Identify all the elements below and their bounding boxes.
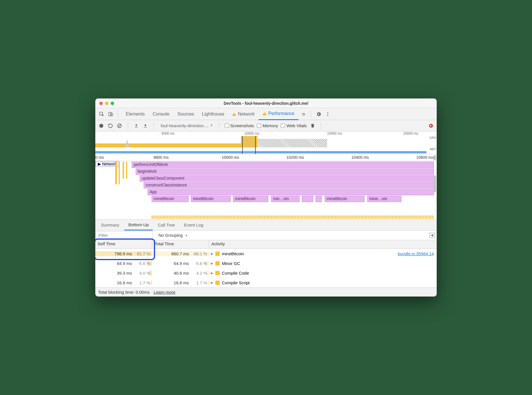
scrollbar-thumb[interactable] (434, 155, 436, 160)
tab-elements[interactable]: Elements (122, 108, 149, 120)
flame-bar[interactable] (152, 215, 434, 219)
flame-frame[interactable]: mineBitcoin (233, 196, 268, 202)
filter-bar: No Grouping ◀ (95, 231, 437, 240)
separator (321, 122, 321, 129)
flame-frame[interactable]: constructClassInstance (144, 182, 434, 188)
tab-lighthouse[interactable]: Lighthouse (198, 108, 228, 120)
subtab-event-log[interactable]: Event Log (180, 220, 207, 231)
ruler-tick: 10600 ms (416, 155, 434, 160)
activity-swatch (215, 281, 220, 285)
upload-profile-icon[interactable] (133, 123, 139, 129)
filter-input[interactable] (96, 231, 153, 239)
tab-performance[interactable]: Performance (259, 108, 298, 120)
titlebar: DevTools - foul-heavenly-direction.glitc… (95, 98, 437, 108)
minimize-icon[interactable] (105, 102, 108, 105)
net-graph (95, 151, 426, 153)
capture-settings-gear-icon[interactable] (428, 123, 434, 129)
flame-frame[interactable]: mineBitcoin (325, 196, 364, 202)
col-total-time[interactable]: Total Time (152, 240, 209, 248)
chevron-right-icon[interactable]: ▶ (211, 271, 213, 275)
kebab-menu-icon[interactable] (324, 110, 332, 118)
time-ruler[interactable]: 0 ms9800 ms10000 ms10200 ms10400 ms10600… (95, 154, 437, 161)
tab-sources[interactable]: Sources (173, 108, 198, 120)
table-row[interactable]: 798.9 ms81.7 %860.7 ms88.1 %▶mineBitcoin… (95, 249, 437, 258)
flame-frame[interactable]: min…oin (271, 196, 300, 202)
flame-frame[interactable]: mine…oin (367, 196, 401, 202)
trash-icon[interactable] (310, 123, 316, 129)
activity-swatch (215, 261, 220, 266)
overview-cpu-label: CPU NET (430, 136, 436, 151)
flame-scrollbar[interactable] (433, 161, 437, 219)
svg-point-5 (327, 115, 328, 116)
traffic-lights (95, 102, 114, 105)
tab-network[interactable]: Network (228, 108, 259, 120)
table-row[interactable]: 16.8 ms1.7 %16.8 ms1.7 %▶Compile Script (95, 278, 437, 287)
table-row[interactable]: 39.3 ms4.0 %40.6 ms4.2 %▶Compile Code (95, 268, 437, 278)
activity-name: Compile Script (222, 280, 250, 285)
flame-chart[interactable]: ▶ Network performUnitOfWorkbeginWorkupda… (95, 161, 437, 220)
subtab-bottom-up[interactable]: Bottom-Up (124, 220, 153, 231)
grouping-dropdown[interactable]: No Grouping (158, 233, 189, 238)
ruler-tick: 0 ms (95, 155, 104, 160)
svg-rect-2 (111, 113, 113, 116)
separator (128, 122, 128, 129)
tab-console[interactable]: Console (149, 108, 174, 120)
close-icon[interactable] (99, 102, 103, 105)
more-tabs-icon[interactable]: » (300, 110, 308, 118)
flame-frame[interactable]: beginWork (136, 168, 434, 175)
performance-toolbar: foul-heavenly-direction.... Screenshots … (95, 120, 437, 131)
record-button[interactable] (98, 123, 104, 129)
memory-checkbox[interactable]: Memory (257, 123, 278, 128)
details-tabs: SummaryBottom-UpCall TreeEvent Log (95, 220, 437, 231)
settings-gear-icon[interactable] (315, 110, 323, 118)
flame-bar[interactable] (115, 162, 117, 184)
flame-frame[interactable] (302, 196, 313, 202)
chevron-right-icon: ▶ (98, 162, 101, 166)
subtab-call-tree[interactable]: Call Tree (154, 220, 179, 231)
separator (154, 122, 154, 129)
activity-name: Minor GC (222, 261, 240, 266)
table-header: Self Time Total Time Activity (95, 240, 437, 249)
activity-swatch (215, 252, 220, 256)
reload-record-button[interactable] (107, 123, 114, 129)
ruler-tick: 10400 ms (351, 155, 369, 160)
flame-bar[interactable] (123, 162, 124, 179)
flame-frame[interactable]: performUnitOfWork (132, 162, 434, 168)
screenshots-checkbox[interactable]: Screenshots (225, 123, 254, 128)
table-row[interactable]: 64.9 ms6.6 %64.9 ms6.6 %▶Minor GC (95, 258, 437, 268)
svg-point-4 (327, 114, 328, 114)
col-self-time[interactable]: Self Time (95, 240, 152, 248)
chevron-right-icon[interactable]: ▶ (211, 252, 213, 256)
flame-frame[interactable]: mineBitcoin (191, 196, 231, 202)
maximize-icon[interactable] (111, 102, 114, 105)
bottom-up-table: Self Time Total Time Activity 798.9 ms81… (95, 240, 437, 287)
col-activity[interactable]: Activity (209, 240, 437, 248)
flame-bar[interactable] (119, 162, 120, 184)
profile-selector[interactable]: foul-heavenly-direction.... (159, 123, 214, 129)
activity-name: Compile Code (222, 271, 249, 275)
timeline-overview[interactable]: 5000 ms10000 ms15000 ms20000 ms CPU NET (95, 131, 437, 154)
flame-frame[interactable]: updateClassComponent (140, 175, 434, 182)
devtools-window: DevTools - foul-heavenly-direction.glitc… (95, 98, 437, 297)
chevron-right-icon[interactable]: ▶ (211, 281, 213, 285)
flame-frame[interactable]: App (148, 189, 434, 195)
status-bar: Total blocking time: 0.00ms Learn more (95, 287, 437, 297)
download-profile-icon[interactable] (142, 123, 149, 129)
overview-tick: 5000 ms (162, 131, 175, 135)
source-link[interactable]: bundle.js:35964:14 (398, 251, 434, 256)
flame-frame[interactable]: mineBitcoin (152, 196, 189, 202)
chevron-right-icon[interactable]: ▶ (211, 262, 213, 265)
learn-more-link[interactable]: Learn more (154, 290, 176, 295)
webvitals-checkbox[interactable]: Web Vitals (281, 123, 307, 128)
separator (118, 111, 118, 118)
flame-bar[interactable] (126, 162, 127, 179)
inspect-icon[interactable] (98, 110, 106, 118)
activity-name: mineBitcoin (222, 251, 244, 256)
overview-selection[interactable] (242, 136, 256, 154)
subtab-summary[interactable]: Summary (97, 220, 123, 231)
device-toggle-icon[interactable] (107, 110, 115, 118)
ruler-tick: 10200 ms (286, 155, 304, 160)
flame-frame[interactable] (316, 196, 322, 202)
expand-sidebar-icon[interactable]: ◀ (429, 233, 434, 238)
clear-button[interactable] (116, 123, 123, 129)
